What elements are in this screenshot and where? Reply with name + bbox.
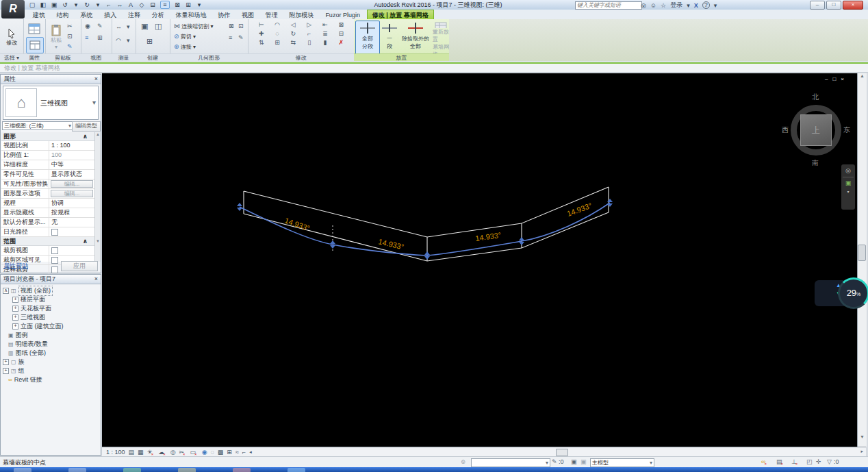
properties-scrollbar[interactable]: ▲▼ (94, 132, 101, 262)
prop-row[interactable]: 日光路径 (1, 227, 94, 237)
prop-row[interactable]: 可见性/图形替换编辑... (1, 179, 94, 189)
signin-dropdown-icon[interactable]: ▾ (687, 2, 690, 9)
aligned-dimension-icon[interactable]: ↔ (116, 1, 123, 8)
demolish-icon[interactable]: ✎ (238, 34, 244, 41)
scroll-up-icon[interactable]: ▲ (858, 73, 867, 78)
new-sheet-icon[interactable]: ▢ (29, 1, 36, 8)
default-3d-view-icon[interactable]: ◇ (138, 1, 145, 8)
paste-button[interactable]: 粘贴 ▾ (48, 21, 64, 53)
scroll-down-icon[interactable]: ▼ (858, 434, 867, 439)
modify-tool-button[interactable]: 修改 (2, 22, 21, 52)
copy-tool-icon[interactable]: ◌ (269, 30, 285, 37)
match-type-icon[interactable]: ✎ (67, 43, 73, 50)
search-input[interactable] (575, 1, 642, 10)
steering-wheel-icon[interactable]: ◎ (841, 164, 855, 174)
undo-dropdown-icon[interactable]: ▾ (73, 1, 79, 8)
section-extents[interactable]: 范围∧ (1, 237, 94, 246)
annotation-crop-checkbox[interactable] (51, 266, 58, 273)
temporary-view-properties-icon[interactable]: ▩ (218, 449, 224, 456)
ribbon-display-toggle[interactable]: ⊡ ▾ (373, 11, 382, 17)
viewbar-more-icon[interactable]: ◂ (249, 449, 252, 455)
compass-east[interactable]: 东 (843, 125, 850, 135)
pin-icon[interactable]: ⊠ (333, 21, 349, 28)
section-graphics[interactable]: 图形∧ (1, 132, 94, 141)
tree-item-legends[interactable]: ▣图例 (3, 331, 64, 340)
edit-button[interactable]: 编辑... (51, 190, 93, 197)
tree-item-elevations[interactable]: +立面 (建筑立面) (3, 322, 64, 331)
shadows-icon[interactable]: ☁× (158, 449, 167, 456)
tree-item-sheets[interactable]: ▥图纸 (全部) (3, 349, 64, 358)
wall-location-spline[interactable] (240, 203, 610, 256)
split-icon[interactable]: ⊟ (333, 30, 349, 37)
create-group-icon[interactable]: ▣ (141, 22, 148, 31)
array-icon[interactable]: ≣ (317, 30, 333, 37)
view-restore-icon[interactable]: □ (832, 76, 836, 82)
unjoin-icon[interactable]: ≡ (229, 34, 232, 41)
mirror-pick-icon[interactable]: ▷ (301, 21, 317, 28)
redo-dropdown-icon[interactable]: ▾ (94, 1, 101, 8)
wall-opening-icon[interactable]: ▮ (317, 39, 333, 46)
offset-icon[interactable]: ◠ (269, 21, 285, 28)
tab-collaborate[interactable]: 协作 (213, 10, 235, 20)
tab-systems[interactable]: 系统 (75, 10, 97, 20)
spline-node-handles[interactable] (237, 199, 613, 260)
paste-dropdown-icon[interactable]: ▾ (55, 44, 58, 50)
scale-label[interactable]: 1 : 100 (106, 449, 125, 456)
application-menu-button[interactable]: R (1, 0, 25, 18)
select-underlay-icon[interactable]: ▤× (776, 458, 784, 465)
measure-tool-icon[interactable]: ↔ (116, 23, 122, 30)
properties-toggle-button[interactable] (26, 37, 44, 53)
instance-selector[interactable]: 三维视图: (三维)▾ (2, 121, 73, 130)
tree-item-3d-views[interactable]: +三维视图 (3, 313, 64, 322)
section-icon[interactable]: ⊟ (149, 1, 156, 8)
type-selector[interactable]: ⌂ 三维视图 ▾ (3, 86, 99, 120)
thin-lines-toggle-icon[interactable]: ≡ (85, 34, 88, 41)
arc-dimension-icon[interactable]: ◠ (116, 37, 121, 44)
taskbar-app-icon[interactable] (123, 468, 141, 472)
tab-manage[interactable]: 管理 (261, 10, 283, 20)
tab-fuzor-plugin[interactable]: Fuzor Plugin (320, 10, 365, 20)
tab-architecture[interactable]: 建筑 (28, 10, 50, 20)
save-icon[interactable]: ▣ (51, 1, 58, 8)
split-element-icon[interactable]: ▯ (301, 39, 317, 46)
undo-icon[interactable]: ↺ (62, 1, 68, 8)
crop-view-checkbox[interactable] (51, 247, 58, 254)
delete-icon[interactable]: ✗ (333, 39, 349, 46)
view-close-icon[interactable]: × (841, 76, 844, 82)
drawing-area[interactable]: 14.933° 14.933° 14.933° 14.933° – □ × 北 … (102, 73, 857, 447)
navbar-more-icon[interactable]: ▾ (841, 186, 855, 194)
redo-icon[interactable]: ↻ (84, 1, 90, 8)
compass-south[interactable]: 南 (812, 158, 819, 168)
taskbar-app-icon[interactable] (68, 468, 86, 472)
prop-row[interactable]: 零件可见性显示原状态 (1, 170, 94, 179)
design-options-icon[interactable]: ✎ (552, 458, 557, 465)
close-hidden-windows-icon[interactable]: ⊠ (174, 1, 181, 8)
horizontal-scroll-thumb[interactable] (556, 449, 568, 456)
qat-customize-icon[interactable]: ▾ (196, 1, 203, 8)
properties-close-icon[interactable]: × (94, 75, 98, 84)
crop-visible-checkbox[interactable] (51, 257, 58, 264)
prop-row[interactable]: 默认分析显示...无 (1, 218, 94, 227)
collapse-icon[interactable]: ∧ (83, 132, 88, 140)
worksets-icon[interactable]: ☺ (460, 458, 466, 465)
beam-joins-icon[interactable]: ⊡ (238, 23, 244, 29)
properties-header[interactable]: 属性 × (1, 75, 101, 84)
join-end-cut-button[interactable]: ⋈ 连接端切割 ▾ (174, 23, 213, 30)
prop-row[interactable]: 视图比例1 : 100 (1, 141, 94, 151)
tab-analyze[interactable]: 分析 (147, 10, 169, 20)
rotate-icon[interactable]: ↻ (285, 30, 301, 37)
panel-select-label[interactable]: 选择 ▾ (0, 53, 23, 61)
join-geometry-button[interactable]: ⊕ 连接 ▾ (174, 43, 196, 51)
windows-icon[interactable]: ⊞ (97, 34, 103, 41)
rendering-dialog-icon[interactable]: ◎ (170, 449, 176, 456)
zoom-icon[interactable]: ▣ (841, 177, 855, 186)
select-by-face-icon[interactable]: ◰ (806, 458, 813, 465)
taskbar-app-icon[interactable] (14, 468, 31, 472)
analytical-model-icon[interactable]: ≈ (235, 449, 239, 456)
view-cube[interactable]: 北 西 东 南 上 (782, 92, 850, 169)
angle-label[interactable]: 14.933° (475, 231, 502, 243)
move-icon[interactable]: ✚ (253, 30, 269, 37)
select-pinned-icon[interactable]: ⊥× (791, 458, 799, 465)
trim-extend-icon[interactable]: ⇤ (317, 21, 333, 28)
prop-row[interactable]: 裁剪视图 (1, 246, 94, 256)
